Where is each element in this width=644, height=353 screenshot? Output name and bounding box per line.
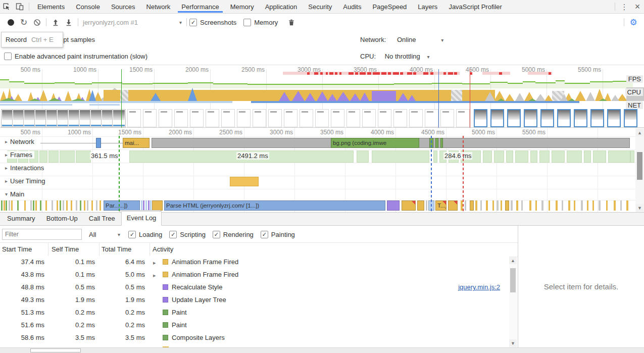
main-thread-event-bar[interactable] — [40, 200, 41, 211]
table-row[interactable]: 43.8 ms0.1 ms5.0 ms▸Animation Frame Fire… — [0, 269, 509, 281]
trash-icon[interactable] — [285, 16, 298, 29]
main-thread-event-bar[interactable] — [57, 200, 58, 211]
scroll-down-icon[interactable]: ▼ — [636, 204, 643, 212]
main-thread-event-bar[interactable] — [521, 200, 523, 211]
frame-segment[interactable] — [494, 150, 504, 163]
main-thread-event-bar[interactable] — [492, 200, 494, 211]
timeline-flamechart[interactable]: 500 ms1000 ms1500 ms2000 ms2500 ms3000 m… — [0, 127, 644, 213]
main-thread-event-bar[interactable] — [516, 200, 518, 211]
frame-segment[interactable] — [60, 150, 75, 163]
horizontal-scrollbar[interactable] — [0, 347, 644, 353]
event-log-scrollbar[interactable]: ▲ ▼ — [509, 256, 517, 347]
tab-memory[interactable]: Memory — [227, 1, 258, 13]
record-button[interactable] — [4, 16, 17, 29]
filmstrip-thumb[interactable] — [574, 109, 587, 127]
scroll-up-icon[interactable]: ▲ — [636, 129, 643, 136]
main-thread-event-bar[interactable] — [148, 200, 150, 211]
filmstrip-thumb[interactable] — [409, 109, 423, 127]
main-thread-event-bar[interactable] — [620, 200, 622, 211]
main-thread-event-bar[interactable] — [152, 200, 163, 211]
main-thread-event-bar[interactable] — [45, 200, 47, 211]
frame-segment[interactable] — [552, 150, 565, 163]
reload-and-profile-icon[interactable]: ↻ — [17, 16, 30, 29]
main-thread-event-bar[interactable] — [614, 200, 616, 211]
filter-input[interactable] — [2, 229, 82, 240]
filmstrip-thumb[interactable] — [557, 109, 571, 127]
track-label-network[interactable]: ▸Network — [3, 138, 36, 145]
tab-call-tree[interactable]: Call Tree — [84, 212, 120, 225]
frame-segment[interactable] — [48, 150, 59, 163]
main-thread-event-bar[interactable] — [63, 200, 64, 211]
main-thread-event-bar[interactable] — [562, 200, 563, 211]
clear-icon[interactable] — [30, 16, 43, 29]
filmstrip-thumb[interactable] — [362, 109, 376, 127]
main-thread-event-bar[interactable] — [71, 200, 72, 211]
close-icon[interactable]: × — [631, 1, 644, 13]
main-thread-event-bar[interactable] — [35, 200, 37, 211]
filter-painting-checkbox[interactable]: ✓Painting — [261, 231, 295, 238]
main-thread-event-bar[interactable] — [100, 200, 101, 211]
filmstrip-thumb[interactable] — [174, 109, 188, 127]
main-thread-event-bar[interactable]: T...) — [435, 200, 447, 211]
main-thread-event-bar[interactable] — [84, 200, 85, 211]
main-thread-event-bar[interactable] — [568, 200, 570, 211]
main-thread-event-bar[interactable] — [535, 200, 537, 211]
tab-summary[interactable]: Summary — [2, 212, 40, 225]
frame-segment[interactable] — [593, 150, 606, 163]
filter-scripting-checkbox[interactable]: ✓Scripting — [169, 231, 206, 238]
filmstrip-thumb[interactable] — [159, 109, 172, 127]
main-thread-event-bar[interactable] — [17, 200, 19, 211]
settings-gear-icon[interactable]: ⚙ — [627, 16, 640, 29]
track-label-interactions[interactable]: ▸Interactions — [3, 164, 46, 172]
filmstrip-thumb[interactable] — [143, 109, 157, 127]
main-thread-event-bar[interactable] — [87, 200, 88, 211]
tab-security[interactable]: Security — [305, 1, 335, 13]
filmstrip-thumb[interactable] — [190, 109, 204, 127]
tab-application[interactable]: Application — [262, 1, 301, 13]
main-thread-event-bar[interactable] — [511, 200, 513, 211]
main-thread-event-bar[interactable]: Par......]) — [104, 200, 140, 211]
main-thread-event-bar[interactable] — [76, 200, 77, 211]
filmstrip-thumb[interactable] — [490, 109, 504, 127]
main-thread-event-bar[interactable] — [1, 200, 3, 211]
main-thread-event-bar[interactable] — [505, 200, 509, 211]
frame-segment[interactable] — [530, 150, 537, 163]
filmstrip-thumb[interactable] — [268, 109, 282, 127]
main-thread-event-bar[interactable] — [501, 200, 502, 211]
scroll-up-icon[interactable]: ▲ — [509, 257, 517, 264]
filmstrip-thumb[interactable] — [300, 109, 313, 127]
network-request-bar[interactable]: mai... — [123, 138, 150, 148]
expand-arrow-icon[interactable]: ▸ — [153, 260, 156, 266]
frame-segment[interactable] — [39, 150, 47, 163]
inspect-element-icon[interactable] — [0, 1, 13, 13]
filmstrip-thumb[interactable] — [127, 109, 141, 127]
filmstrip-thumb[interactable] — [346, 109, 360, 127]
page-history-select[interactable]: jerryonlyzrj.com #1 ▾ — [83, 19, 182, 26]
scrollbar-thumb[interactable] — [637, 152, 642, 180]
filmstrip-thumb[interactable] — [540, 109, 554, 127]
frame-segment[interactable] — [608, 150, 630, 163]
scroll-down-icon[interactable]: ▼ — [509, 339, 517, 347]
tab-performance[interactable]: Performance — [178, 1, 222, 13]
filmstrip-thumb[interactable] — [440, 109, 454, 127]
table-row[interactable]: 51.6 ms0.2 ms0.2 msPaint — [0, 319, 509, 332]
frame-segment[interactable] — [584, 150, 591, 163]
tab-elements[interactable]: Elements — [34, 1, 68, 13]
main-thread-event-bar[interactable] — [145, 200, 147, 211]
table-row[interactable]: 37.4 ms0.1 ms6.4 ms▸Animation Frame Fire… — [0, 256, 509, 269]
filmstrip-thumb[interactable] — [206, 109, 219, 127]
network-request-bar[interactable] — [435, 138, 438, 148]
main-thread-event-bar[interactable] — [465, 200, 466, 211]
frame-segment[interactable] — [506, 150, 513, 163]
scrollbar-thumb[interactable] — [510, 268, 516, 292]
filmstrip-thumb[interactable] — [607, 109, 621, 127]
main-thread-event-bar[interactable] — [402, 200, 416, 211]
toolbar-memory-checkbox[interactable]: Memory — [243, 19, 278, 26]
frame-segment[interactable] — [539, 150, 550, 163]
column-header-self-time[interactable]: Self Time — [52, 245, 79, 253]
frame-segment[interactable] — [433, 150, 437, 163]
main-thread-event-bar[interactable] — [581, 200, 583, 211]
main-thread-event-bar[interactable] — [592, 200, 594, 211]
main-thread-event-bar[interactable] — [11, 200, 13, 211]
main-thread-event-bar[interactable] — [541, 200, 543, 211]
